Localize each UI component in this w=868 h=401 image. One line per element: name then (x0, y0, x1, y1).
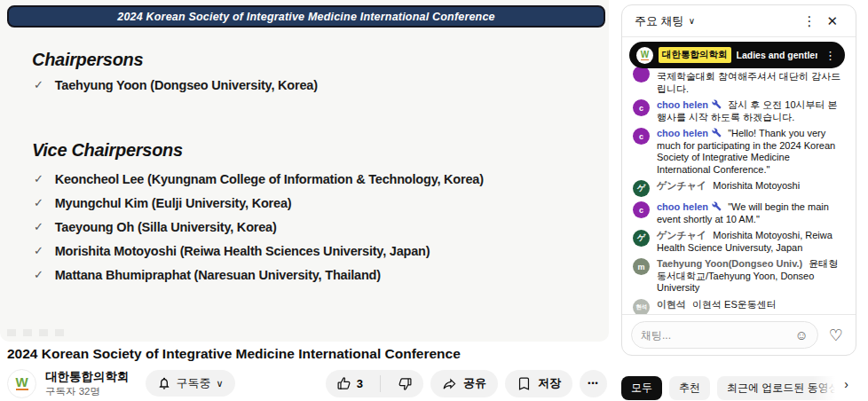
share-button[interactable]: 공유 (430, 370, 498, 397)
slide-list-item: ✓ Keoncheol Lee (Kyungnam College of Inf… (34, 172, 484, 186)
avatar: c (633, 128, 650, 145)
more-actions-button[interactable]: ••• (580, 370, 607, 397)
emoji-icon: ☺ (795, 327, 809, 342)
chat-message: c choo helen 잠시 후 오전 10시부터 본 행사를 시작 하도록 … (622, 98, 856, 126)
channel-logo: W (15, 376, 28, 389)
related-filter-chips: 모두 추천 최근에 업로드된 동영상 감상한 › (621, 376, 850, 401)
slide-list-item: ✓ Myungchul Kim (Eulji University, Korea… (34, 196, 291, 210)
chip-recommended[interactable]: 추천 (669, 376, 710, 400)
chat-input-container: ☺ (631, 321, 818, 349)
slide-list-item: ✓ Morishita Motoyoshi (Reiwa Health Scie… (34, 244, 430, 258)
author-name: Taehyung Yoon(Dongseo Univ.) (657, 258, 802, 269)
chat-mode-selector[interactable]: 주요 채팅 ∨ (635, 13, 695, 29)
subscribed-label: 구독중 (177, 375, 211, 391)
kebab-icon: ⋮ (802, 13, 816, 28)
close-icon: ✕ (826, 13, 838, 28)
chat-header: 주요 채팅 ∨ ⋮ ✕ (622, 5, 856, 37)
channel-meta: 대한통합의학회 구독자 32명 (45, 369, 130, 398)
chat-menu-button[interactable]: ⋮ (797, 12, 821, 31)
moderator-wrench-icon (712, 128, 722, 138)
avatar: m (633, 258, 650, 275)
heart-reaction-button[interactable]: ♡ (825, 324, 847, 347)
chat-message: m Taehyung Yoon(Dongseo Univ.) 윤태형 동서대학교… (622, 256, 856, 297)
pinned-message-preview: Ladies and gentlemen ... (737, 50, 818, 60)
avatar: ゲ (633, 230, 650, 247)
subscriber-count: 구독자 32명 (45, 385, 130, 398)
avatar: c (633, 201, 650, 218)
author-name: choo helen (657, 201, 708, 212)
chevron-down-icon: ∨ (689, 16, 695, 26)
chip-recently-uploaded[interactable]: 최근에 업로드된 동영상 (717, 376, 849, 400)
slide-list-item: ✓ Mattana Bhumipraphat (Naresuan Univers… (34, 268, 381, 282)
chat-message: 현석 이현석 이현석 ES운동센터 (622, 297, 856, 315)
chips-next-button[interactable]: › (844, 377, 848, 391)
video-player[interactable]: 2024 Korean Society of Integrative Medic… (0, 0, 609, 342)
chat-close-button[interactable]: ✕ (821, 12, 843, 31)
chat-message: 국제학술대회 참여해주셔서 대단히 감사드립니다. (622, 71, 856, 98)
bell-icon (157, 376, 171, 390)
slide-list-item: ✓ Taeyoung Oh (Silla University, Korea) (34, 220, 277, 234)
watch-page: 2024 Korean Society of Integrative Medic… (0, 0, 868, 401)
chip-all[interactable]: 모두 (621, 376, 662, 400)
check-icon: ✓ (34, 268, 43, 282)
author-name: ゲンチャイ (657, 230, 706, 240)
video-actions: 3 공유 저장 ••• (326, 370, 607, 397)
emoji-button[interactable]: ☺ (795, 327, 809, 342)
channel-avatar[interactable]: W (7, 369, 36, 398)
chat-input[interactable] (641, 329, 790, 342)
bookmark-icon (517, 376, 532, 391)
heart-icon: ♡ (829, 326, 843, 344)
avatar: c (633, 99, 650, 116)
thumbs-down-icon (398, 376, 413, 391)
slide-banner-title: 2024 Korean Society of Integrative Medic… (117, 11, 495, 23)
author-name: choo helen (657, 128, 708, 138)
share-icon (442, 376, 457, 391)
channel-row: W 대한통합의학회 구독자 32명 구독중 ∨ 3 (7, 367, 607, 399)
video-title: 2024 Korean Society of Integrative Medic… (7, 346, 607, 362)
check-icon: ✓ (34, 172, 43, 186)
slide-banner: 2024 Korean Society of Integrative Medic… (7, 5, 605, 28)
chat-footer: ☺ ♡ (622, 314, 856, 355)
check-icon: ✓ (34, 220, 43, 234)
chevron-down-icon: ∨ (217, 378, 224, 389)
save-label: 저장 (538, 375, 561, 391)
check-icon: ✓ (34, 244, 43, 258)
like-dislike-pill: 3 (326, 370, 423, 397)
pinned-channel-avatar: W (636, 47, 653, 64)
slide-heading-chairpersons: Chairpersons (32, 50, 143, 70)
author-name: ゲンチャイ (657, 180, 706, 191)
chat-messages-area: W 대한통합의학회 Ladies and gentlemen ... ⋮ 국제학… (622, 37, 856, 314)
pinned-channel-badge: 대한통합의학회 (659, 47, 731, 63)
check-icon: ✓ (34, 196, 43, 210)
chat-message: c choo helen "Hello! Thank you very much… (622, 126, 856, 178)
avatar: ゲ (633, 180, 650, 197)
chat-message-list: 국제학술대회 참여해주셔서 대단히 감사드립니다. c choo helen 잠… (622, 62, 856, 314)
moderator-wrench-icon (712, 99, 722, 109)
avatar: 현석 (633, 299, 650, 315)
slide-heading-vice-chairpersons: Vice Chairpersons (32, 140, 183, 161)
kebab-icon: ⋮ (823, 49, 838, 62)
like-button[interactable]: 3 (326, 370, 374, 397)
chevron-right-icon: › (844, 377, 848, 391)
live-chat-panel: 주요 채팅 ∨ ⋮ ✕ W 대한통합의학회 Ladies and gentlem… (621, 4, 856, 356)
channel-name[interactable]: 대한통합의학회 (45, 369, 130, 385)
chat-message: c choo helen "We will begin the main eve… (622, 200, 856, 228)
divider (380, 375, 381, 392)
author-name: choo helen (657, 99, 708, 110)
share-label: 공유 (463, 375, 486, 391)
chat-message: ゲ ゲンチャイ Morishita Motoyoshi (622, 178, 856, 200)
slide-list-item: ✓ Taehyung Yoon (Dongseo University, Kor… (34, 78, 318, 92)
save-button[interactable]: 저장 (505, 370, 572, 397)
like-count: 3 (357, 377, 363, 390)
moderator-wrench-icon (712, 201, 722, 211)
player-watermark (7, 329, 64, 336)
check-icon: ✓ (34, 78, 43, 92)
subscribed-button[interactable]: 구독중 ∨ (146, 370, 235, 397)
more-icon: ••• (588, 379, 598, 388)
author-name: 이현석 (657, 299, 686, 310)
thumbs-up-icon (336, 376, 351, 391)
chat-message: ゲ ゲンチャイ Morishita Motoyoshi, Reiwa Healt… (622, 228, 856, 256)
dislike-button[interactable] (387, 370, 423, 397)
pinned-message[interactable]: W 대한통합의학회 Ladies and gentlemen ... ⋮ (629, 42, 845, 68)
